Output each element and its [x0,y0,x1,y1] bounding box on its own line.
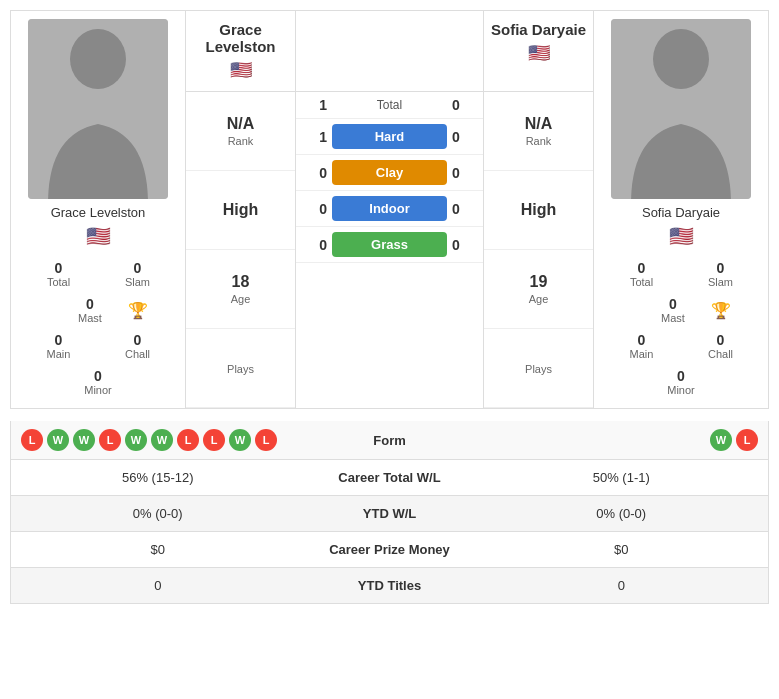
left-chall-value: 0 [100,332,175,348]
right-high-block: High [484,171,593,250]
form-badge-left: W [229,429,251,451]
right-form: WL [460,429,759,451]
grass-badge: Grass [332,232,447,257]
right-name-text: Sofia Daryaie [491,21,586,38]
left-flag-inner: 🇺🇸 [230,59,252,81]
right-main-value: 0 [604,332,679,348]
left-chall-stat: 0 Chall [98,328,177,364]
clay-score-left: 0 [304,165,332,181]
right-detail-panel: N/A Rank High 19 Age Plays [483,92,593,408]
svg-point-3 [653,29,709,89]
grass-row: 0 Grass 0 [296,227,483,263]
total-row: 1 Total 0 [296,92,483,119]
right-minor-stat: 0 Minor [642,364,721,400]
indoor-badge: Indoor [332,196,447,221]
stats-left-value: 0% (0-0) [26,506,290,521]
right-rank-block: N/A Rank [484,92,593,171]
left-main-value: 0 [21,332,96,348]
right-main-label: Main [604,348,679,360]
right-plays-label: Plays [525,363,552,375]
form-badge-left: L [255,429,277,451]
form-section: LWWLWWLLWL Form WL [10,421,769,460]
left-name-text: Grace Levelston [191,21,290,55]
stats-center-label: YTD Titles [290,578,490,593]
form-label: Form [320,433,460,448]
total-label: Total [332,98,447,112]
right-player-photo [611,19,751,199]
right-player-flag: 🇺🇸 [669,224,694,248]
left-form: LWWLWWLLWL [21,429,320,451]
stats-row: 56% (15-12)Career Total W/L50% (1-1) [10,460,769,496]
right-main-stat: 0 Main [602,328,681,364]
hard-score-left: 1 [304,129,332,145]
form-badge-left: L [21,429,43,451]
left-high-block: High [186,171,295,250]
left-trophy-icon: 🏆 [130,292,146,328]
right-silhouette-icon [611,19,751,199]
right-player-name: Sofia Daryaie [642,205,720,220]
left-slam-label: Slam [100,276,175,288]
left-total-value: 0 [21,260,96,276]
form-badge-left: W [151,429,173,451]
left-rank-block: N/A Rank [186,92,295,171]
right-total-stat: 0 Total [602,256,681,292]
top-section: Grace Levelston 🇺🇸 0 Total 0 Slam 0 Mast… [10,10,769,409]
left-age-block: 18 Age [186,250,295,329]
right-age-value: 19 [530,273,548,291]
left-detail-panel: N/A Rank High 18 Age Plays [186,92,296,408]
right-mast-stat: 0 Mast [634,292,713,328]
indoor-row: 0 Indoor 0 [296,191,483,227]
form-badge-left: W [125,429,147,451]
stats-row: $0Career Prize Money$0 [10,532,769,568]
right-player-stats: 0 Total 0 Slam 0 Mast 🏆 0 Main [602,256,760,400]
left-plays-block: Plays [186,329,295,408]
left-inner-name: Grace Levelston 🇺🇸 [186,11,296,91]
left-rank-value: N/A [227,115,255,133]
left-age-label: Age [231,293,251,305]
right-slam-label: Slam [683,276,758,288]
surfaces-column: 1 Total 0 1 Hard 0 0 Clay 0 [296,92,483,408]
clay-row: 0 Clay 0 [296,155,483,191]
right-total-label: Total [604,276,679,288]
form-badge-left: W [73,429,95,451]
right-flag-inner: 🇺🇸 [528,42,550,64]
stats-left-value: 0 [26,578,290,593]
form-badge-right: L [736,429,758,451]
stats-center-label: Career Total W/L [290,470,490,485]
hard-badge: Hard [332,124,447,149]
right-high-value: High [521,201,557,219]
right-chall-stat: 0 Chall [681,328,760,364]
left-minor-label: Minor [61,384,136,396]
clay-badge: Clay [332,160,447,185]
left-minor-value: 0 [61,368,136,384]
right-chall-value: 0 [683,332,758,348]
left-total-label: Total [21,276,96,288]
stats-row: 0% (0-0)YTD W/L0% (0-0) [10,496,769,532]
form-badge-right: W [710,429,732,451]
form-badge-left: L [177,429,199,451]
right-trophy-icon: 🏆 [713,292,729,328]
left-rank-label: Rank [228,135,254,147]
right-minor-label: Minor [644,384,719,396]
stats-middle-section: N/A Rank High 18 Age Plays [186,92,593,408]
left-chall-label: Chall [100,348,175,360]
names-row: Grace Levelston 🇺🇸 Sofia Daryaie 🇺🇸 [186,11,593,92]
left-slam-stat: 0 Slam [98,256,177,292]
left-player-photo [28,19,168,199]
right-mast-value: 0 [636,296,711,312]
total-score-right: 0 [447,97,475,113]
left-minor-stat: 0 Minor [59,364,138,400]
left-silhouette-icon [28,19,168,199]
stats-right-value: 0 [490,578,754,593]
form-badge-left: L [99,429,121,451]
stats-center-label: YTD W/L [290,506,490,521]
form-badge-left: W [47,429,69,451]
right-chall-label: Chall [683,348,758,360]
inner-stats-area: Grace Levelston 🇺🇸 Sofia Daryaie 🇺🇸 N/A … [186,11,593,408]
left-player-name: Grace Levelston [51,205,146,220]
stats-right-value: $0 [490,542,754,557]
left-mast-value: 0 [53,296,128,312]
stats-right-value: 0% (0-0) [490,506,754,521]
left-mast-stat: 0 Mast [51,292,130,328]
spacer [296,11,483,91]
